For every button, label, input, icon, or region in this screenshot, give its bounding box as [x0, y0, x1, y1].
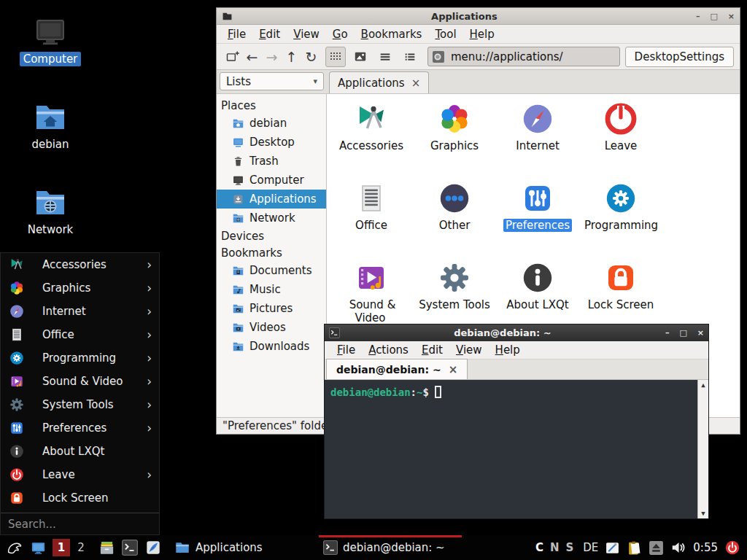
terminal-tab[interactable]: debian@debian: ~ × [326, 359, 468, 379]
icon-view-toggle[interactable] [325, 47, 346, 67]
app-item-accessories[interactable]: Accessories [333, 101, 410, 152]
app-item-leave[interactable]: Leave [582, 101, 659, 152]
menu-item-preferences[interactable]: Preferences › [1, 416, 159, 440]
menu-item-about-lxqt[interactable]: About LXQt [1, 440, 159, 463]
tab-close-icon[interactable]: × [411, 77, 421, 90]
task-button-applications[interactable]: Applications [170, 535, 316, 560]
tab-applications[interactable]: Applications × [329, 71, 429, 93]
maximize-button[interactable]: □ [679, 329, 686, 337]
menu-item-graphics[interactable]: Graphics › [1, 276, 159, 300]
workspace-2-button[interactable]: 2 [72, 539, 90, 556]
desktop-icon-network[interactable]: Network [15, 185, 85, 236]
term-menu-actions[interactable]: Actions [362, 342, 415, 358]
removable-media-tray-icon[interactable] [649, 540, 664, 556]
sidebar-mode-select[interactable]: Lists ▾ [220, 72, 324, 90]
back-icon[interactable]: ← [242, 47, 262, 66]
screenshot-tray-icon[interactable] [605, 540, 620, 556]
menu-item-office[interactable]: Office › [1, 323, 159, 346]
lock-screen-icon [603, 260, 638, 295]
app-item-sound-video[interactable]: Sound & Video [333, 260, 410, 324]
compact-list-view-icon[interactable] [400, 47, 420, 67]
scroll-up-icon[interactable]: ▲ [701, 381, 705, 389]
fm-menu-tool[interactable]: Tool [428, 26, 462, 42]
task-button-terminal[interactable]: debian@debian: ~ [319, 535, 462, 560]
menu-item-accessories[interactable]: Accessories › [1, 253, 159, 276]
sidebar-item-trash[interactable]: Trash [217, 152, 326, 171]
app-item-programming[interactable]: Programming [582, 181, 659, 232]
fm-menu-file[interactable]: File [221, 26, 252, 42]
app-item-preferences[interactable]: Preferences [499, 181, 576, 232]
app-item-other[interactable]: Other [416, 181, 493, 232]
sidebar-item-applications[interactable]: Applications [217, 190, 326, 209]
sidebar-item-documents[interactable]: Documents [217, 261, 326, 280]
term-menu-help[interactable]: Help [489, 342, 527, 358]
fm-menu-go[interactable]: Go [326, 26, 355, 42]
app-item-about-lxqt[interactable]: About LXQt [499, 260, 576, 311]
minimize-button[interactable]: – [696, 12, 700, 20]
keyboard-layout-indicator[interactable]: DE [583, 541, 598, 554]
sidebar-item-network[interactable]: Network [217, 209, 326, 228]
text-editor-launcher-icon[interactable] [144, 538, 163, 557]
term-menu-edit[interactable]: Edit [415, 342, 449, 358]
fm-menu-view[interactable]: View [287, 26, 326, 42]
menu-item-lock-screen[interactable]: Lock Screen [1, 486, 159, 510]
app-item-lock-screen[interactable]: Lock Screen [582, 260, 659, 311]
desktop-icon-debian-home[interactable]: debian [15, 100, 85, 151]
power-tray-icon[interactable] [724, 540, 740, 556]
term-menu-file[interactable]: File [330, 342, 362, 358]
volume-tray-icon[interactable] [670, 540, 686, 556]
app-item-system-tools[interactable]: System Tools [416, 260, 493, 311]
sidebar-item-videos[interactable]: Videos [217, 318, 326, 337]
term-menu-view[interactable]: View [449, 342, 489, 358]
detailed-list-view-icon[interactable] [375, 47, 395, 67]
sidebar-item-music[interactable]: Music [217, 280, 326, 299]
close-button[interactable]: × [728, 12, 735, 20]
forward-icon[interactable]: → [262, 47, 282, 66]
terminal-launcher-icon[interactable] [120, 538, 139, 557]
menu-item-internet[interactable]: Internet › [1, 300, 159, 323]
menu-item-sound-video[interactable]: Sound & Video › [1, 370, 159, 393]
reload-icon[interactable]: ↻ [301, 47, 321, 66]
sidebar-item-computer[interactable]: Computer [217, 171, 326, 190]
terminal-tabbar: debian@debian: ~ × [325, 359, 708, 380]
address-bar[interactable]: menu://applications/ [427, 47, 620, 66]
caps-lock-indicator[interactable]: C [535, 541, 543, 554]
fm-menu-bookmarks[interactable]: Bookmarks [355, 26, 429, 42]
fm-menu-edit[interactable]: Edit [252, 26, 287, 42]
desktop-pager-icon[interactable] [28, 538, 47, 557]
close-button[interactable]: × [697, 329, 704, 337]
sidebar-item-desktop[interactable]: Desktop [217, 133, 326, 152]
maximize-button[interactable]: □ [710, 12, 717, 20]
sidebar-item-pictures[interactable]: Pictures [217, 299, 326, 318]
desktop-icon-computer[interactable]: Computer [15, 15, 85, 66]
file-manager-launcher-icon[interactable] [97, 538, 116, 557]
start-menu-button[interactable] [5, 538, 24, 557]
scroll-lock-indicator[interactable]: S [565, 541, 573, 554]
app-item-internet[interactable]: Internet [499, 101, 576, 152]
minimize-button[interactable]: – [665, 329, 670, 337]
terminal-cursor [435, 386, 441, 398]
menu-search-input[interactable]: Search... [1, 513, 159, 534]
scroll-down-icon[interactable]: ▼ [701, 510, 705, 517]
fm-menu-help[interactable]: Help [463, 26, 501, 42]
tab-close-icon[interactable]: × [449, 363, 458, 376]
num-lock-indicator[interactable]: N [550, 541, 560, 554]
terminal-screen[interactable]: debian@debian:~$ ▲ ▼ [325, 380, 708, 518]
programming-icon [9, 350, 25, 366]
app-item-office[interactable]: Office [333, 181, 410, 232]
workspace-1-button[interactable]: 1 [53, 539, 70, 556]
programming-icon [603, 181, 638, 216]
app-item-graphics[interactable]: Graphics [416, 101, 493, 152]
menu-item-leave[interactable]: Leave › [1, 463, 159, 486]
sidebar-item-downloads[interactable]: Downloads [217, 337, 326, 356]
menu-item-system-tools[interactable]: System Tools › [1, 393, 159, 416]
sidebar-item-debian[interactable]: debian [217, 114, 326, 133]
desktop-settings-button[interactable]: DesktopSettings [625, 47, 734, 67]
thumbnail-view-icon[interactable] [350, 47, 371, 67]
terminal-scrollbar[interactable]: ▲ ▼ [697, 380, 708, 518]
clipboard-tray-icon[interactable] [627, 540, 642, 556]
menu-item-programming[interactable]: Programming › [1, 346, 159, 370]
clock[interactable]: 0:55 [693, 541, 718, 554]
new-tab-icon[interactable] [222, 47, 242, 66]
up-icon[interactable]: ↑ [282, 47, 301, 66]
